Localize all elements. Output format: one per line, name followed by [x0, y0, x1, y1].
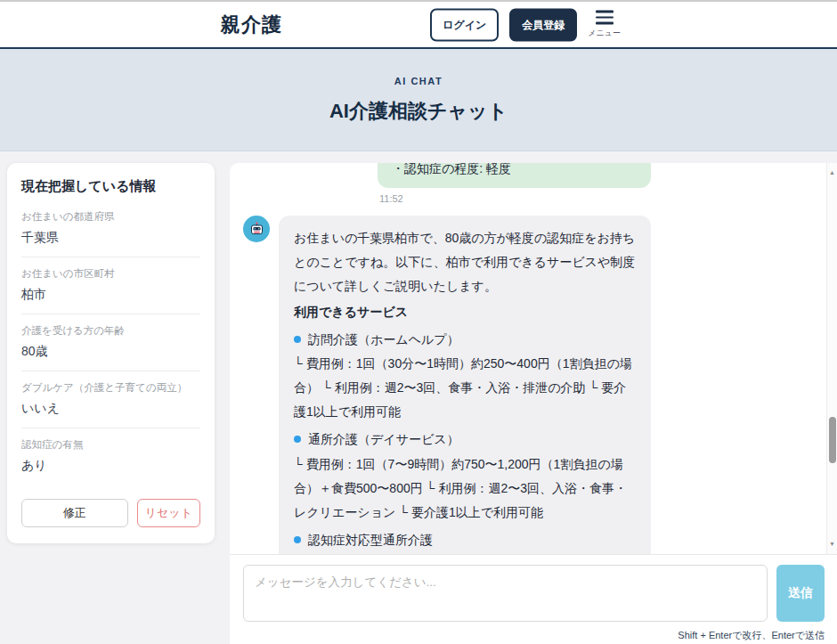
send-button[interactable]: 送信 [776, 565, 825, 622]
info-value: あり [21, 458, 200, 474]
known-info-panel: 現在把握している情報 お住まいの都道府県 千葉県 お住まいの市区町村 柏市 介護… [7, 163, 215, 543]
service-item-title: 訪問介護（ホームヘルプ） [294, 328, 636, 352]
register-button[interactable]: 会員登録 [509, 8, 577, 41]
menu-label: メニュー [588, 27, 621, 38]
site-logo[interactable]: 親介護 [221, 12, 282, 38]
info-label: お住まいの都道府県 [21, 210, 200, 224]
bot-message: お住まいの千葉県柏市で、80歳の方が軽度の認知症をお持ちとのことですね。以下に、… [243, 216, 651, 554]
bullet-icon [294, 436, 301, 443]
chat-input-area: 送信 Shift + Enterで改行、Enterで送信 [230, 554, 837, 644]
hero-eyebrow: AI CHAT [394, 76, 443, 86]
message-input[interactable] [243, 565, 768, 622]
header-actions: ログイン 会員登録 メニュー [430, 8, 621, 41]
info-field-prefecture: お住まいの都道府県 千葉県 [21, 200, 200, 257]
reset-button[interactable]: リセット [137, 499, 200, 527]
info-label: 介護を受ける方の年齢 [21, 324, 200, 338]
info-value: 80歳 [21, 344, 200, 360]
chat-panel: ・認知症の程度: 軽度 11:52 お住まいの千葉県柏 [230, 163, 837, 644]
bot-avatar [243, 216, 270, 242]
info-value: 千葉県 [21, 230, 200, 246]
chat-scrollbar[interactable]: ▲ ▼ [826, 163, 837, 554]
robot-icon [249, 222, 264, 237]
site-header: 親介護 ログイン 会員登録 メニュー [0, 2, 837, 49]
info-field-age: 介護を受ける方の年齢 80歳 [21, 314, 200, 371]
menu-button[interactable]: メニュー [588, 11, 621, 39]
bot-section-title: 利用できるサービス [294, 300, 636, 324]
user-message-bubble: ・認知症の程度: 軽度 [378, 163, 651, 188]
service-detail: └ 費用例：1回（7〜9時間）約750〜1,200円（1割負担の場合）＋食費50… [294, 452, 636, 525]
sidebar-buttons: 修正 リセット [21, 499, 200, 527]
info-value: いいえ [21, 401, 200, 417]
info-field-dementia: 認知症の有無 あり [21, 428, 200, 485]
info-label: 認知症の有無 [21, 438, 200, 452]
login-button[interactable]: ログイン [430, 8, 499, 41]
bullet-icon [294, 536, 301, 543]
page-title: AI介護相談チャット [329, 98, 508, 125]
bot-message-bubble: お住まいの千葉県柏市で、80歳の方が軽度の認知症をお持ちとのことですね。以下に、… [279, 216, 651, 554]
info-label: お住まいの市区町村 [21, 267, 200, 281]
info-field-city: お住まいの市区町村 柏市 [21, 257, 200, 314]
service-detail: └ 費用例：1回（30分〜1時間）約250〜400円（1割負担の場合） └ 利用… [294, 352, 636, 424]
edit-button[interactable]: 修正 [21, 499, 128, 527]
service-name: 通所介護（デイサービス） [308, 428, 459, 452]
bullet-icon [294, 336, 301, 343]
known-info-title: 現在把握している情報 [21, 178, 200, 195]
user-message: ・認知症の程度: 軽度 11:52 [378, 163, 651, 204]
scrollbar-thumb[interactable] [829, 417, 836, 463]
keyboard-hint: Shift + Enterで改行、Enterで送信 [243, 629, 825, 642]
service-item-title: 認知症対応型通所介護 [294, 528, 636, 552]
service-item-title: 通所介護（デイサービス） [294, 428, 636, 452]
scroll-up-arrow-icon[interactable]: ▲ [827, 169, 837, 175]
main-content: 現在把握している情報 お住まいの都道府県 千葉県 お住まいの市区町村 柏市 介護… [0, 151, 837, 644]
info-field-double-care: ダブルケア（介護と子育ての両立） いいえ [21, 371, 200, 428]
service-name: 認知症対応型通所介護 [308, 528, 433, 552]
scroll-down-arrow-icon[interactable]: ▼ [827, 541, 837, 547]
bot-intro-text: お住まいの千葉県柏市で、80歳の方が軽度の認知症をお持ちとのことですね。以下に、… [294, 226, 636, 298]
info-value: 柏市 [21, 287, 200, 303]
hero-banner: AI CHAT AI介護相談チャット [0, 49, 837, 151]
chat-input-row: 送信 [243, 565, 825, 622]
info-label: ダブルケア（介護と子育ての両立） [21, 381, 200, 395]
service-name: 訪問介護（ホームヘルプ） [308, 328, 459, 352]
chat-message-list: ・認知症の程度: 軽度 11:52 お住まいの千葉県柏 [230, 163, 826, 554]
hamburger-icon [596, 11, 614, 25]
message-timestamp: 11:52 [379, 193, 651, 204]
